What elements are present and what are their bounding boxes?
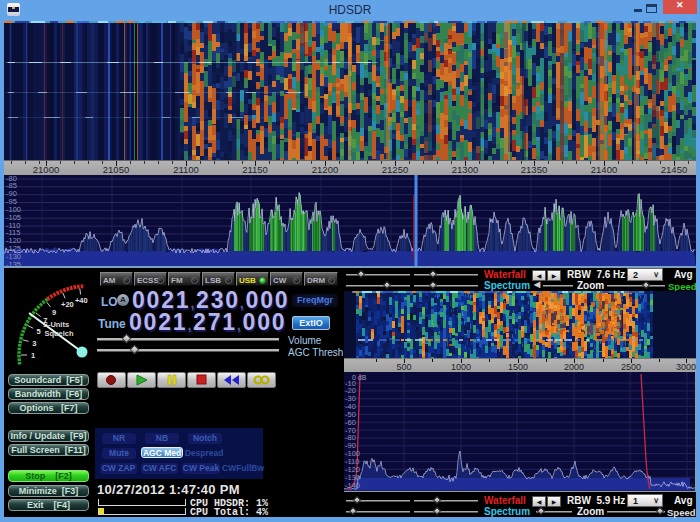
svg-text:+40: +40 <box>75 296 88 305</box>
svg-text:-140: -140 <box>345 481 360 490</box>
svg-text:9: 9 <box>52 308 56 317</box>
svg-text:-135: -135 <box>6 260 21 267</box>
svg-text:1: 1 <box>31 351 35 360</box>
svg-text:Squelch: Squelch <box>44 329 74 338</box>
svg-text:S-Units: S-Units <box>43 320 69 329</box>
svg-text:5: 5 <box>37 327 41 336</box>
svg-text:3: 3 <box>32 339 36 348</box>
svg-text:+20: +20 <box>61 300 74 309</box>
